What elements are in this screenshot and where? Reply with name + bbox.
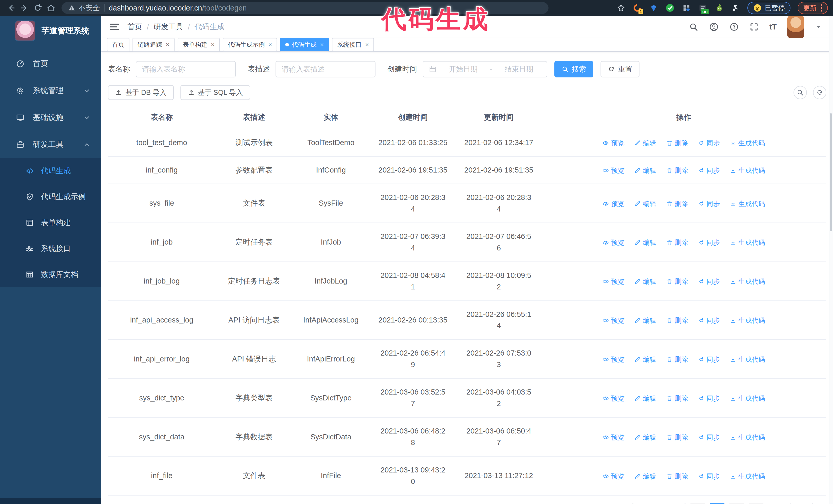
- date-start-placeholder[interactable]: 开始日期: [441, 64, 485, 74]
- sidebar-item-codegen[interactable]: 代码生成: [0, 158, 101, 184]
- next-page-button[interactable]: [749, 503, 764, 504]
- preview-link[interactable]: 预览: [602, 393, 624, 404]
- edit-link[interactable]: 编辑: [634, 277, 656, 287]
- edit-link[interactable]: 编辑: [634, 237, 656, 248]
- delete-link[interactable]: 删除: [666, 199, 688, 209]
- sidebar-item-db-docs[interactable]: 数据库文档: [0, 262, 101, 287]
- preview-link[interactable]: 预览: [602, 354, 624, 364]
- delete-link[interactable]: 删除: [666, 393, 688, 404]
- table-name-input[interactable]: [142, 65, 230, 73]
- preview-link[interactable]: 预览: [602, 237, 624, 248]
- preview-link[interactable]: 预览: [602, 432, 624, 442]
- profile-paused-badge[interactable]: 已暂停: [747, 2, 790, 14]
- gem-extension-icon[interactable]: [649, 3, 658, 13]
- delete-link[interactable]: 删除: [666, 471, 688, 481]
- delete-link[interactable]: 删除: [666, 165, 688, 175]
- browser-home-button[interactable]: [45, 2, 57, 14]
- check-extension-icon[interactable]: [665, 3, 674, 13]
- sidebar-item-home[interactable]: 首页: [0, 50, 101, 77]
- edit-link[interactable]: 编辑: [634, 199, 656, 209]
- page-button-1[interactable]: 1: [710, 503, 724, 504]
- security-indicator[interactable]: 不安全: [68, 3, 100, 13]
- sync-link[interactable]: 同步: [698, 354, 720, 364]
- breadcrumb-home[interactable]: 首页: [127, 22, 142, 32]
- sync-link[interactable]: 同步: [698, 165, 720, 175]
- app-logo-row[interactable]: 芋道管理系统: [0, 16, 101, 46]
- preview-link[interactable]: 预览: [602, 471, 624, 481]
- browser-reload-button[interactable]: [32, 2, 44, 14]
- tab-system-api[interactable]: 系统接口×: [332, 38, 374, 51]
- close-icon[interactable]: ×: [268, 42, 272, 48]
- import-db-button[interactable]: 基于 DB 导入: [108, 85, 174, 100]
- browser-forward-button[interactable]: [19, 2, 30, 14]
- page-size-select[interactable]: 10条/页: [632, 503, 686, 504]
- generate-code-link[interactable]: 生成代码: [730, 277, 765, 287]
- sync-link[interactable]: 同步: [698, 237, 720, 248]
- sync-link[interactable]: 同步: [698, 432, 720, 442]
- generate-code-link[interactable]: 生成代码: [730, 471, 765, 481]
- font-size-icon[interactable]: tT: [769, 23, 777, 31]
- address-bar[interactable]: 不安全 dashboard.yudao.iocoder.cn/tool/code…: [62, 2, 548, 14]
- breadcrumb-dev-tools[interactable]: 研发工具: [153, 22, 183, 32]
- delete-link[interactable]: 删除: [666, 315, 688, 326]
- more-menu-icon[interactable]: [821, 4, 822, 11]
- delete-link[interactable]: 删除: [666, 138, 688, 148]
- puzzle-extensions-icon[interactable]: [731, 3, 740, 13]
- goto-page-input[interactable]: [790, 503, 813, 504]
- github-icon[interactable]: [709, 22, 719, 32]
- close-icon[interactable]: ×: [365, 42, 369, 48]
- table-desc-input[interactable]: [282, 65, 369, 73]
- sync-link[interactable]: 同步: [698, 471, 720, 481]
- tab-codegen-example[interactable]: 代码生成示例×: [223, 38, 277, 51]
- preview-link[interactable]: 预览: [602, 165, 624, 175]
- generate-code-link[interactable]: 生成代码: [730, 354, 765, 364]
- sidebar-item-dev-tools[interactable]: 研发工具: [0, 131, 101, 158]
- sidebar-item-codegen-example[interactable]: 代码生成示例: [0, 184, 101, 210]
- tab-trace[interactable]: 链路追踪×: [133, 38, 174, 51]
- user-avatar[interactable]: [787, 16, 804, 38]
- hamburger-icon[interactable]: [109, 22, 120, 32]
- reset-button[interactable]: 重置: [600, 61, 640, 77]
- delete-link[interactable]: 删除: [666, 432, 688, 442]
- preview-link[interactable]: 预览: [602, 199, 624, 209]
- vertical-scrollbar[interactable]: [829, 16, 833, 504]
- import-sql-button[interactable]: 基于 SQL 导入: [181, 85, 250, 100]
- generate-code-link[interactable]: 生成代码: [730, 315, 765, 326]
- bot-extension-icon[interactable]: [715, 3, 724, 13]
- scrollbar-thumb[interactable]: [830, 113, 832, 231]
- date-range-picker[interactable]: 开始日期 - 结束日期: [423, 61, 547, 77]
- edit-link[interactable]: 编辑: [634, 393, 656, 404]
- sidebar-item-system-management[interactable]: 系统管理: [0, 77, 101, 104]
- sync-link[interactable]: 同步: [698, 315, 720, 326]
- delete-link[interactable]: 删除: [666, 237, 688, 248]
- browser-back-button[interactable]: [5, 2, 17, 14]
- generate-code-link[interactable]: 生成代码: [730, 199, 765, 209]
- edit-link[interactable]: 编辑: [634, 138, 656, 148]
- sidebar-item-system-api[interactable]: 系统接口: [0, 236, 101, 262]
- prev-page-button[interactable]: [690, 503, 705, 504]
- fullscreen-icon[interactable]: [749, 22, 759, 31]
- delete-link[interactable]: 删除: [666, 354, 688, 364]
- bookmark-star-icon[interactable]: [617, 4, 625, 12]
- sync-link[interactable]: 同步: [698, 138, 720, 148]
- generate-code-link[interactable]: 生成代码: [730, 165, 765, 175]
- grid-extension-icon[interactable]: [682, 3, 691, 13]
- delete-link[interactable]: 删除: [666, 277, 688, 287]
- preview-link[interactable]: 预览: [602, 277, 624, 287]
- close-icon[interactable]: ×: [320, 42, 324, 48]
- preview-link[interactable]: 预览: [602, 315, 624, 326]
- sidebar-collapse-bar[interactable]: [0, 498, 101, 504]
- help-icon[interactable]: [730, 22, 739, 31]
- sync-link[interactable]: 同步: [698, 199, 720, 209]
- edit-link[interactable]: 编辑: [634, 471, 656, 481]
- generate-code-link[interactable]: 生成代码: [730, 138, 765, 148]
- edit-link[interactable]: 编辑: [634, 354, 656, 364]
- sync-link[interactable]: 同步: [698, 277, 720, 287]
- header-search-icon[interactable]: [689, 22, 698, 31]
- date-end-placeholder[interactable]: 结束日期: [497, 64, 541, 74]
- sidebar-item-form-builder[interactable]: 表单构建: [0, 210, 101, 236]
- close-icon[interactable]: ×: [166, 42, 169, 48]
- adblocker-extension-icon[interactable]: 1: [633, 3, 642, 13]
- tab-codegen[interactable]: 代码生成×: [280, 38, 329, 51]
- preview-link[interactable]: 预览: [602, 138, 624, 148]
